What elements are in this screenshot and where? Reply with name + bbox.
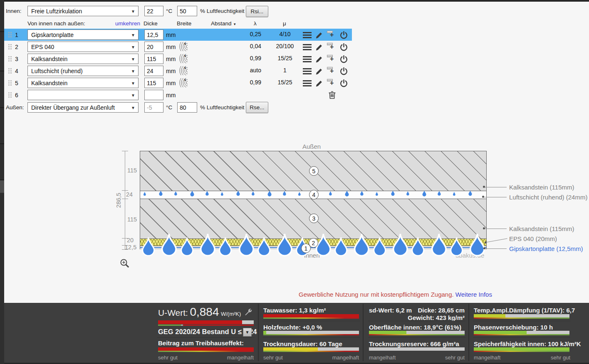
insert-layer-icon[interactable]: + (327, 55, 337, 64)
tauwasser-bar (263, 314, 359, 317)
chevron-down-icon: ▼ (131, 69, 135, 74)
holzfeuchte-label: Holzfeuchte: +0,0 % (263, 324, 322, 331)
commercial-notice: Gewerbliche Nutzung nur mit kostenpflich… (299, 291, 492, 298)
svg-text:+: + (184, 42, 186, 46)
reverse-layers-link[interactable]: umkehren (115, 20, 140, 27)
layer-marker-4[interactable]: 4 (309, 190, 319, 199)
inside-row-label: Innen: (6, 8, 22, 14)
layer-number: 4 (15, 68, 18, 74)
wood-grain-add-icon[interactable]: + (178, 54, 188, 65)
outside-condition-select[interactable]: Direkter Übergang zur Außenluft▼ (27, 102, 139, 113)
oberflaeche-label: Oberfläche innen: 18,9°C (61%) (369, 324, 461, 331)
wood-grain-add-icon[interactable]: + (178, 78, 188, 89)
rse-button[interactable]: Rse... (246, 102, 268, 113)
drag-handle[interactable] (8, 80, 10, 81)
rsi-button[interactable]: Rsi... (246, 6, 268, 17)
layer-4-material-select[interactable]: Luftschicht (ruhend)▼ (27, 66, 139, 76)
insert-layer-icon[interactable]: + (327, 79, 337, 88)
edit-pencil-icon[interactable] (315, 67, 323, 77)
inside-temp-unit: °C (166, 8, 172, 14)
layer-3-material-select[interactable]: Kalksandstein▼ (27, 54, 139, 64)
zoom-in-magnifier-icon[interactable] (119, 258, 131, 271)
layer-menu-icon[interactable] (303, 44, 312, 51)
outside-humidity-input[interactable] (177, 102, 197, 113)
mu-value: 1 (272, 67, 297, 74)
layer-6-thickness-input[interactable] (144, 90, 163, 100)
drag-handle[interactable] (8, 44, 10, 45)
toggle-layer-icon[interactable] (339, 67, 348, 77)
toggle-layer-icon[interactable] (339, 79, 348, 89)
drag-handle[interactable] (8, 56, 10, 57)
delete-layer-trash-icon[interactable] (328, 91, 336, 101)
svg-text:+: + (184, 66, 186, 70)
column-header-abstand[interactable]: Abstand ▼ (211, 20, 236, 27)
layer-marker-5[interactable]: 5 (309, 166, 319, 176)
wood-grain-add-icon[interactable]: + (178, 42, 188, 53)
lambda-value: 0,04 (241, 43, 261, 49)
callout-eps: EPS 040 (20mm) (509, 235, 557, 242)
geg-dropdown-button[interactable]: ▼ (243, 328, 252, 337)
inside-humidity-label: % Luftfeuchtigkeit (200, 8, 245, 14)
chevron-down-icon: ▼ (131, 33, 135, 37)
trocknungsreserve-bar (369, 347, 465, 351)
phasenverschiebung-bar (474, 331, 569, 334)
dim-115-outer: 115 (127, 167, 137, 174)
layer-1-material-select[interactable]: Gipskartonplatte▼ (27, 30, 139, 40)
chevron-down-icon: ▼ (131, 93, 135, 98)
drag-handle[interactable] (8, 68, 10, 69)
layer-menu-icon[interactable] (303, 68, 312, 75)
layer-marker-1[interactable]: 1 (301, 243, 311, 253)
layer-marker-3[interactable]: 3 (309, 214, 319, 223)
dim-12-5: 12,5 (125, 244, 136, 251)
trocknungsdauer-label: Trocknungsdauer: 60 Tage (263, 340, 342, 347)
u-wert-bar (158, 320, 254, 324)
insert-layer-icon[interactable]: + (327, 31, 337, 40)
layer-1-thickness-input[interactable] (144, 30, 163, 40)
scale-label-bad: mangelhaft (200, 354, 254, 361)
edit-pencil-icon[interactable] (315, 43, 323, 53)
toggle-layer-icon[interactable] (339, 43, 348, 53)
wood-grain-add-icon[interactable]: + (178, 66, 188, 77)
unit-mm: mm (166, 92, 176, 98)
tav-label: Temp.Ampl.Dämpfung (1/TAV): 6,7 (474, 307, 575, 314)
unit-mm: mm (166, 68, 176, 74)
outside-humidity-label: % Luftfeuchtigkeit (200, 104, 245, 111)
speicherfaehigkeit-label: Speicherfähigkeit innen: 100 kJ/m²K (474, 340, 581, 347)
edit-pencil-icon[interactable] (315, 79, 323, 89)
edit-pencil-icon[interactable] (315, 31, 323, 41)
layer-3-thickness-input[interactable] (144, 54, 163, 64)
layer-5-thickness-input[interactable] (144, 78, 163, 88)
layer-menu-icon[interactable] (303, 80, 312, 87)
drag-handle[interactable] (8, 32, 10, 33)
weitere-infos-link[interactable]: Weitere Infos (455, 291, 492, 298)
drag-handle[interactable] (8, 92, 10, 93)
layer-4-thickness-input[interactable] (144, 66, 163, 76)
layer-2-thickness-input[interactable] (144, 42, 163, 52)
insert-layer-icon[interactable]: + (327, 67, 337, 76)
mu-value: 15/25 (272, 55, 297, 61)
layer-2-material-select[interactable]: EPS 040▼ (27, 42, 139, 52)
inside-temperature-input[interactable] (144, 6, 163, 16)
inside-humidity-input[interactable] (177, 6, 197, 16)
edit-pencil-icon[interactable] (315, 55, 323, 65)
scale-label-good: sehr gut (263, 354, 283, 361)
column-header-mu: μ (283, 20, 286, 27)
oberflaeche-bar (369, 331, 465, 334)
wrench-settings-icon[interactable] (243, 307, 253, 318)
inside-condition-select[interactable]: Freie Luftzirkulation▼ (27, 6, 139, 16)
direction-label: Von innen nach außen: (27, 20, 85, 27)
toggle-layer-icon[interactable] (339, 31, 348, 41)
layer-number: 3 (15, 56, 18, 62)
insert-layer-icon[interactable]: + (327, 43, 337, 52)
u-wert-scale (158, 325, 254, 326)
toggle-layer-icon[interactable] (339, 55, 348, 65)
tauwasser-label: Tauwasser: 1,3 kg/m² (263, 307, 326, 314)
layer-menu-icon[interactable] (303, 56, 312, 63)
outside-row-label: Außen: (6, 104, 24, 111)
layer-5-material-select[interactable]: Kalksandstein▼ (27, 78, 139, 88)
layer-6-material-select[interactable]: ▼ (27, 90, 139, 100)
outside-temperature-input[interactable] (144, 102, 163, 113)
svg-text:+: + (184, 78, 186, 82)
layer-menu-icon[interactable] (303, 32, 312, 39)
column-header-breite: Breite (177, 20, 191, 27)
